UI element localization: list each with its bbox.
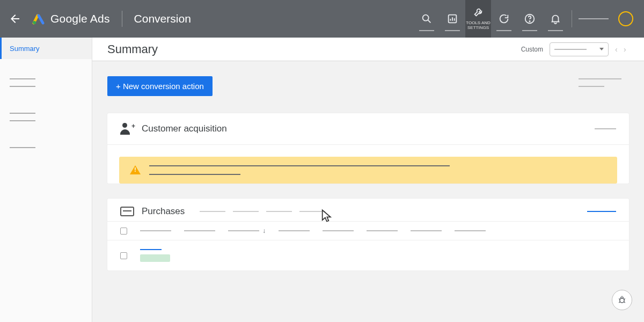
date-range-label: Custom [521,46,543,53]
select-all-checkbox[interactable] [120,228,127,235]
sidebar-item-placeholder[interactable] [10,78,35,79]
status-badge [140,254,170,262]
help-button[interactable] [517,0,543,38]
column-header[interactable] [279,230,310,231]
column-header-sorted[interactable]: ↓ [228,227,266,235]
sidebar-item-placeholder[interactable] [10,113,35,114]
date-prev-button[interactable]: ‹ [615,45,620,54]
table-header-row: ↓ [107,221,629,240]
sidebar-item-placeholder[interactable] [10,147,35,148]
warning-icon [130,165,141,174]
sort-arrow-down-icon: ↓ [262,227,266,235]
header-divider-2 [572,10,572,27]
main-header: Summary Custom ‹ › [92,38,644,61]
purchases-link[interactable] [587,211,616,212]
refresh-button[interactable] [491,0,517,38]
page-name: Conversion [134,12,191,25]
sidebar-item-summary[interactable]: Summary [0,38,92,59]
date-range-picker[interactable] [550,42,609,56]
customer-acquisition-card: + Customer acquisition [107,113,629,184]
svg-line-2 [428,20,431,23]
warning-alert [119,157,617,184]
sidebar-item-placeholder[interactable] [10,120,35,121]
svg-point-1 [423,15,429,21]
reports-button[interactable] [440,0,465,38]
card-title: Customer acquisition [142,123,227,134]
tools-and-settings-button[interactable]: TOOLS AND SETTINGS [465,0,491,38]
table-row[interactable] [107,240,629,270]
svg-line-13 [619,302,620,303]
date-next-button[interactable]: › [624,45,629,54]
google-ads-logo-icon [32,12,45,25]
svg-line-16 [623,297,624,298]
person-add-icon: + [120,123,134,135]
purchases-card: Purchases ↓ [107,199,629,270]
card-title: Purchases [142,206,185,217]
svg-point-8 [529,21,530,21]
svg-line-15 [621,297,621,298]
svg-point-9 [620,298,624,303]
feedback-button[interactable] [612,290,632,310]
column-header[interactable] [323,230,354,231]
account-selector[interactable] [579,18,609,19]
row-name-link[interactable] [140,249,162,250]
page-title: Summary [107,42,158,56]
column-header[interactable] [140,230,171,231]
column-header[interactable] [411,230,442,231]
card-action-placeholder[interactable] [595,128,616,129]
header-actions: TOOLS AND SETTINGS [414,0,636,38]
new-conversion-action-button[interactable]: + New conversion action [107,76,213,96]
credit-card-icon [120,207,134,216]
row-checkbox[interactable] [120,252,127,259]
notifications-button[interactable] [543,0,568,38]
sidebar: Summary [0,38,92,322]
back-button[interactable] [8,11,23,26]
search-button[interactable] [414,0,440,38]
column-header[interactable] [367,230,398,231]
alert-text-line [149,174,240,175]
summary-stats-placeholder [579,78,621,87]
alert-text-line [149,165,450,166]
svg-point-0 [33,21,36,24]
sidebar-item-placeholder[interactable] [10,86,35,87]
brand-name: Google Ads [50,12,110,25]
tools-label: TOOLS AND SETTINGS [465,21,491,31]
column-header[interactable] [455,230,486,231]
column-header[interactable] [184,230,215,231]
avatar[interactable] [618,11,633,26]
top-bar: Google Ads Conversion TOOLS AND SETTINGS [0,0,644,38]
header-divider [122,11,122,27]
chevron-down-icon [599,48,604,50]
brand-block: Google Ads [32,12,110,25]
svg-line-14 [624,302,625,303]
